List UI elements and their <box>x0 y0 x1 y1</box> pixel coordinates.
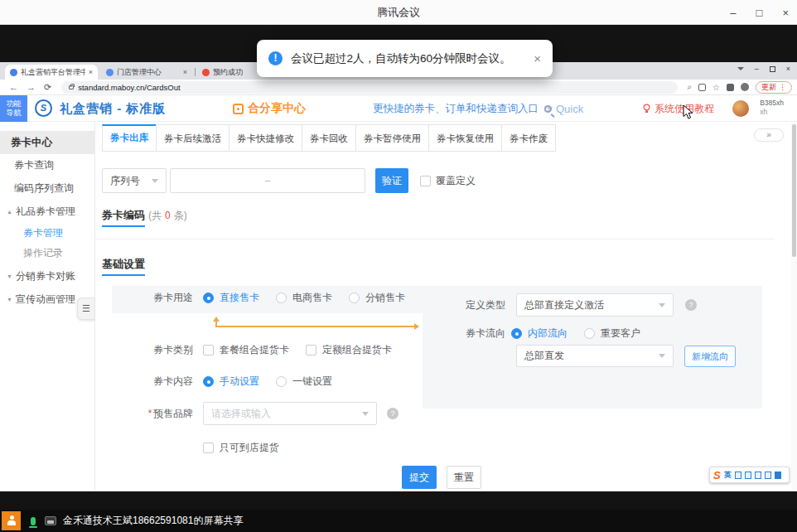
flow-option-internal[interactable]: 内部流向 <box>511 326 568 341</box>
category-option-fixed[interactable]: 定额组合提货卡 <box>306 343 392 357</box>
forward-icon[interactable]: → <box>27 82 36 92</box>
overwrite-checkbox[interactable] <box>420 176 431 186</box>
help-icon[interactable]: ? <box>685 299 697 311</box>
sogou-logo-icon[interactable]: S <box>713 469 721 481</box>
browser-close-icon[interactable]: × <box>786 65 790 73</box>
user-avatar[interactable] <box>732 100 749 117</box>
scrollbar-thumb[interactable] <box>792 124 796 257</box>
close-icon[interactable]: × <box>782 7 789 19</box>
flow-target-select[interactable]: 总部直发 <box>516 345 674 367</box>
browser-maximize-icon[interactable] <box>770 66 775 72</box>
browser-menu-caret-icon[interactable] <box>737 67 744 70</box>
card-tabs: 券卡出库 券卡后续激活 券卡快捷修改 券卡回收 券卡暂停使用 券卡恢复使用 券卡… <box>102 124 555 152</box>
submit-button[interactable]: 提交 <box>402 466 437 489</box>
tab-card-recycle[interactable]: 券卡回收 <box>302 124 356 152</box>
function-nav-badge[interactable]: 功能 导航 <box>0 95 27 122</box>
add-flow-button[interactable]: 新增流向 <box>684 346 736 367</box>
ime-toolbox-icon[interactable] <box>775 472 781 479</box>
more-tabs-button[interactable]: » <box>754 128 784 142</box>
maximize-icon[interactable]: □ <box>756 7 763 19</box>
reload-icon[interactable]: ⟳ <box>44 82 51 93</box>
usage-option-distribution[interactable]: 分销售卡 <box>349 291 405 305</box>
mouse-cursor <box>683 104 694 119</box>
microphone-icon[interactable] <box>31 517 36 525</box>
browser-tab-label: 门店管理中心 <box>117 67 162 78</box>
tab-card-activate[interactable]: 券卡后续激活 <box>156 124 229 152</box>
definition-type-select[interactable]: 总部直接定义激活 <box>516 293 674 317</box>
checkbox-icon[interactable] <box>203 443 214 453</box>
chevron-down-icon <box>362 412 369 416</box>
screen-share-taskbar: 金禾通技术王斌18662591081的屏幕共享 <box>0 510 797 532</box>
ime-punctuation-icon[interactable] <box>735 472 741 479</box>
serial-mode-select[interactable]: 序列号 <box>102 168 167 193</box>
content-option-onekey[interactable]: 一键设置 <box>276 375 332 389</box>
browser-minimize-icon[interactable]: – <box>755 65 759 73</box>
ime-language-icon[interactable]: 英 <box>724 470 732 481</box>
tab-card-outbound[interactable]: 券卡出库 <box>102 124 157 152</box>
tab-close-icon[interactable]: × <box>89 68 93 76</box>
banner-close-icon[interactable]: × <box>534 51 541 65</box>
codes-count-prefix: (共 <box>148 209 162 223</box>
tab-card-quick-edit[interactable]: 券卡快捷修改 <box>229 124 302 152</box>
minimize-icon[interactable]: – <box>730 7 736 19</box>
overwrite-option[interactable]: 覆盖定义 <box>420 168 476 193</box>
category-option-package[interactable]: 套餐组合提货卡 <box>203 343 289 357</box>
radio-selected-icon[interactable] <box>203 293 214 303</box>
sidebar-item-card-mgmt[interactable]: 券卡管理 <box>0 222 94 244</box>
tab-card-resume[interactable]: 券卡恢复使用 <box>428 124 502 152</box>
serial-range-input[interactable]: – <box>170 168 365 193</box>
presale-brand-select[interactable]: 请选择或输入 <box>203 402 377 425</box>
checkbox-icon[interactable] <box>306 345 316 355</box>
sidebar-collapse-handle[interactable]: ☰ <box>77 297 95 320</box>
radio-icon[interactable] <box>584 328 595 339</box>
card-usage-label: 券卡用途 <box>102 291 193 305</box>
tab-card-suspend[interactable]: 券卡暂停使用 <box>355 124 429 152</box>
flow-option-vip[interactable]: 重要客户 <box>584 326 640 341</box>
scrollbar[interactable] <box>791 123 797 491</box>
store-only-row: 只可到店提货 <box>102 441 296 455</box>
bookmark-star-icon[interactable]: ☆ <box>712 83 720 92</box>
sidebar-item-code-sequence-query[interactable]: 编码序列查询 <box>0 177 94 199</box>
url-omnibox[interactable]: standard.maboy.cn/CardsOut <box>61 81 678 94</box>
radio-selected-icon[interactable] <box>511 328 522 339</box>
zoom-icon[interactable]: ⌕ <box>687 82 692 92</box>
tab-close-icon[interactable]: × <box>183 68 187 76</box>
radio-icon[interactable] <box>349 293 360 303</box>
tab-card-void[interactable]: 券卡作废 <box>501 124 556 152</box>
usage-option-ecommerce[interactable]: 电商售卡 <box>276 291 332 305</box>
ime-keyboard-icon[interactable] <box>755 472 761 479</box>
reset-button[interactable]: 重置 <box>447 466 481 489</box>
help-icon[interactable]: ? <box>387 408 398 419</box>
radio-selected-icon[interactable] <box>203 376 214 387</box>
ime-mic-icon[interactable] <box>745 472 751 479</box>
sidebar-group-gift-card-mgmt[interactable]: ▲礼品券卡管理 <box>0 201 94 222</box>
quick-entry-promo[interactable]: 更快捷的券卡、订单和快递查询入口 ☞ <box>373 95 553 122</box>
codes-count-suffix: 条) <box>174 209 187 223</box>
radio-icon[interactable] <box>276 376 287 387</box>
sidebar-item-card-query[interactable]: 券卡查询 <box>0 154 94 176</box>
ime-skin-icon[interactable] <box>765 472 771 479</box>
usage-option-direct[interactable]: 直接售卡 <box>203 291 259 305</box>
radio-icon[interactable] <box>276 293 287 303</box>
verify-button[interactable]: 验证 <box>375 168 408 193</box>
meeting-app-icon[interactable] <box>2 511 21 530</box>
tutorial-link[interactable]: 系统使用教程 <box>642 95 714 122</box>
browser-tab[interactable]: 门店管理中心 × <box>101 65 192 80</box>
share-page-icon[interactable] <box>698 84 706 91</box>
content-manual-label: 手动设置 <box>220 375 259 389</box>
browser-tab-active[interactable]: 礼盒营销平台管理中心 × <box>5 65 98 80</box>
browser-menu-dots-icon[interactable]: ⋮ <box>779 83 786 91</box>
browser-update-button[interactable]: 更新 ⋮ <box>756 81 792 94</box>
store-only-option[interactable]: 只可到店提货 <box>203 441 279 455</box>
triangle-down-icon: ▼ <box>7 273 12 279</box>
content-option-manual[interactable]: 手动设置 <box>203 375 259 389</box>
sidebar-group-distribution-reconcile[interactable]: ▼分销券卡对账 <box>0 265 94 287</box>
checkbox-icon[interactable] <box>203 345 214 355</box>
sidebar-item-operation-log[interactable]: 操作记录 <box>0 242 94 264</box>
sidepanel-icon[interactable] <box>727 84 734 91</box>
quick-search[interactable]: Quick <box>544 95 583 122</box>
profile-icon[interactable] <box>741 83 749 91</box>
user-name: B385xh <box>760 99 784 108</box>
back-icon[interactable]: ← <box>9 82 18 92</box>
share-center-link[interactable]: 合分享中心 <box>233 95 306 122</box>
